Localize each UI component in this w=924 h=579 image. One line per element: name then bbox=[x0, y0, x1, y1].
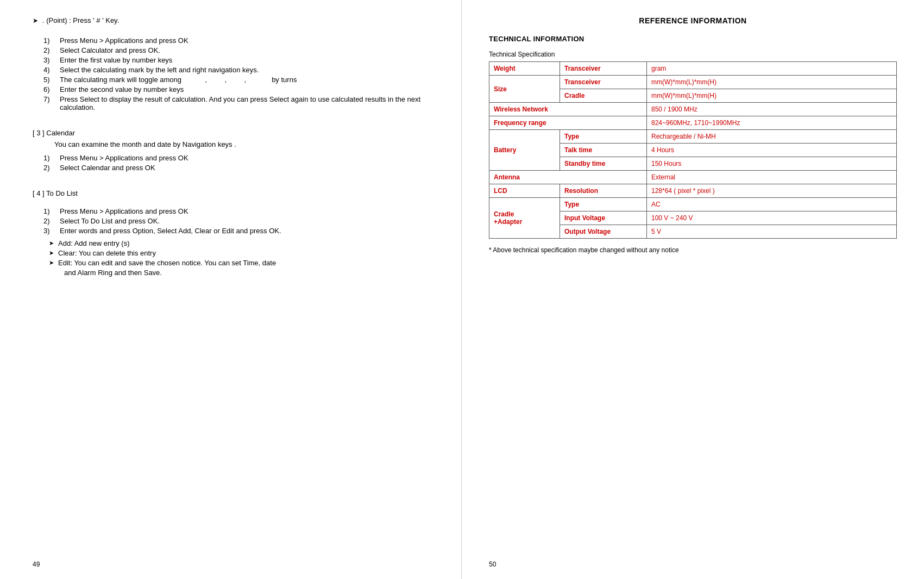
sub-battery-standby: Standby time bbox=[560, 157, 647, 171]
spec-table: Weight Transceiver gram Size Transceiver… bbox=[489, 61, 897, 239]
sub-arrow-3-icon: ➤ bbox=[49, 259, 54, 266]
section2-steps: 1) Press Menu > Applications and press O… bbox=[43, 154, 434, 172]
sub-bullet-3: ➤ Edit: You can edit and save the chosen… bbox=[49, 259, 434, 267]
table-row-cradle-type: Cradle+Adapter Type AC bbox=[489, 198, 897, 211]
bullet-arrow-icon: ➤ bbox=[33, 17, 38, 24]
intro-bullet: ➤ . (Point) : Press ' # ' Key. bbox=[33, 16, 434, 24]
table-row-battery-type: Battery Type Rechargeable / Ni-MH bbox=[489, 130, 897, 144]
left-page-number: 49 bbox=[33, 561, 40, 568]
step-1: 1) Press Menu > Applications and press O… bbox=[43, 36, 434, 45]
step-5: 5) The calculating mark will toggle amon… bbox=[43, 76, 434, 84]
sub-cradle-output: Output Voltage bbox=[560, 225, 647, 239]
sub-arrow-2-icon: ➤ bbox=[49, 250, 54, 257]
sec2-step-2: 2) Select Calendar and press OK bbox=[43, 164, 434, 172]
table-row-size-transceiver: Size Transceiver mm(W)*mm(L)*mm(H) bbox=[489, 76, 897, 89]
val-size-cradle: mm(W)*mm(L)*mm(H) bbox=[647, 89, 897, 103]
step-4: 4) Select the calculating mark by the le… bbox=[43, 66, 434, 74]
label-battery: Battery bbox=[489, 130, 560, 171]
sub-lcd-resolution: Resolution bbox=[560, 184, 647, 198]
section3-bullets: ➤ Add: Add new entry (s) ➤ Clear: You ca… bbox=[33, 239, 434, 277]
section3-steps: 1) Press Menu > Applications and press O… bbox=[43, 207, 434, 235]
intro-bullet-text: . (Point) : Press ' # ' Key. bbox=[42, 16, 119, 24]
label-cradle: Cradle+Adapter bbox=[489, 198, 560, 239]
tech-title: TECHNICAL INFORMATION bbox=[489, 35, 897, 43]
table-row-wireless: Wireless Network 850 / 1900 MHz bbox=[489, 103, 897, 116]
step-7: 7) Press Select to display the result of… bbox=[43, 95, 434, 111]
val-lcd: 128*64 ( pixel * pixel ) bbox=[647, 184, 897, 198]
val-size-transceiver: mm(W)*mm(L)*mm(H) bbox=[647, 76, 897, 89]
val-battery-talk: 4 Hours bbox=[647, 144, 897, 157]
spec-label: Technical Specification bbox=[489, 51, 897, 58]
sec3-step-2: 2) Select To Do List and press OK. bbox=[43, 217, 434, 225]
sub-bullet-3-cont: and Alarm Ring and then Save. bbox=[64, 269, 434, 277]
label-antenna: Antenna bbox=[489, 171, 647, 184]
table-row-weight: Weight Transceiver gram bbox=[489, 62, 897, 76]
table-row-frequency: Frequency range 824~960MHz, 1710~1990MHz bbox=[489, 116, 897, 130]
step-2: 2) Select Calculator and press OK. bbox=[43, 46, 434, 54]
sub-battery-talk: Talk time bbox=[560, 144, 647, 157]
sub-bullet-1: ➤ Add: Add new entry (s) bbox=[49, 239, 434, 247]
label-size: Size bbox=[489, 76, 560, 103]
table-row-antenna: Antenna External bbox=[489, 171, 897, 184]
val-weight: gram bbox=[647, 62, 897, 76]
step-3: 3) Enter the first value by number keys bbox=[43, 56, 434, 64]
sub-battery-type: Type bbox=[560, 130, 647, 144]
section1-steps: 1) Press Menu > Applications and press O… bbox=[43, 36, 434, 111]
val-frequency: 824~960MHz, 1710~1990MHz bbox=[647, 116, 897, 130]
right-page: REFERENCE INFORMATION TECHNICAL INFORMAT… bbox=[462, 0, 924, 579]
section2-header: [ 3 ] Calendar bbox=[33, 129, 434, 137]
val-battery-standby: 150 Hours bbox=[647, 157, 897, 171]
val-cradle-output: 5 V bbox=[647, 225, 897, 239]
label-frequency: Frequency range bbox=[489, 116, 647, 130]
section3-header: [ 4 ] To Do List bbox=[33, 189, 434, 197]
ref-title: REFERENCE INFORMATION bbox=[489, 16, 897, 25]
sub-cradle-type: Type bbox=[560, 198, 647, 211]
val-cradle-input: 100 V ~ 240 V bbox=[647, 211, 897, 225]
sub-cradle-input: Input Voltage bbox=[560, 211, 647, 225]
val-cradle-type: AC bbox=[647, 198, 897, 211]
sub-bullet-2: ➤ Clear: You can delete this entry bbox=[49, 249, 434, 257]
section2-desc: You can examine the month and date by Na… bbox=[54, 140, 434, 148]
val-wireless: 850 / 1900 MHz bbox=[647, 103, 897, 116]
sub-size-cradle: Cradle bbox=[560, 89, 647, 103]
val-antenna: External bbox=[647, 171, 897, 184]
label-wireless: Wireless Network bbox=[489, 103, 647, 116]
right-page-number: 50 bbox=[489, 561, 496, 568]
val-battery-type: Rechargeable / Ni-MH bbox=[647, 130, 897, 144]
step-6: 6) Enter the second value by number keys bbox=[43, 85, 434, 94]
label-lcd: LCD bbox=[489, 184, 560, 198]
sec3-step-3: 3) Enter words and press Option, Select … bbox=[43, 227, 434, 235]
sub-arrow-1-icon: ➤ bbox=[49, 240, 54, 247]
sec3-step-1: 1) Press Menu > Applications and press O… bbox=[43, 207, 434, 215]
table-row-lcd: LCD Resolution 128*64 ( pixel * pixel ) bbox=[489, 184, 897, 198]
note-text: * Above technical specification maybe ch… bbox=[489, 246, 897, 254]
sec2-step-1: 1) Press Menu > Applications and press O… bbox=[43, 154, 434, 162]
left-page: ➤ . (Point) : Press ' # ' Key. 1) Press … bbox=[0, 0, 462, 579]
sub-weight-transceiver: Transceiver bbox=[560, 62, 647, 76]
label-weight: Weight bbox=[489, 62, 560, 76]
sub-size-transceiver: Transceiver bbox=[560, 76, 647, 89]
